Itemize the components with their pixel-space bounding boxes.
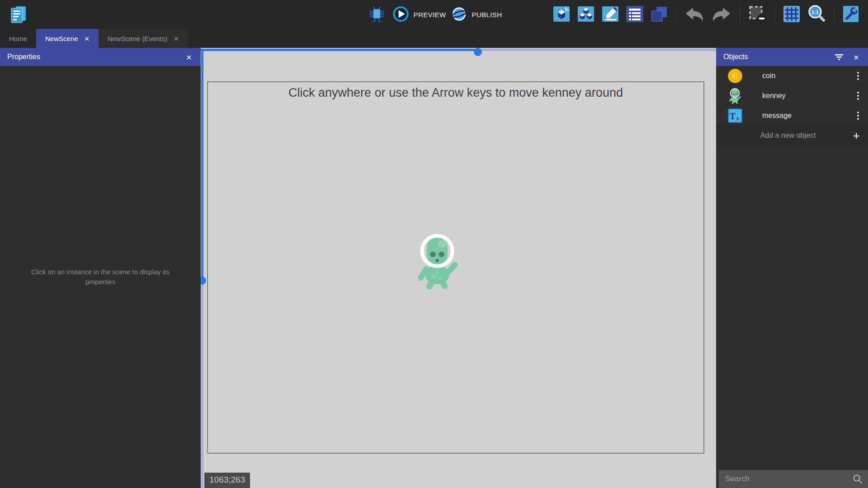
svg-text:T: T [729, 110, 736, 121]
kenney-icon [727, 88, 743, 104]
app-menu-button[interactable] [6, 2, 30, 27]
properties-panel-header: Properties × [0, 48, 201, 66]
preview-button[interactable]: PREVIEW [392, 5, 446, 24]
layers-button[interactable] [648, 3, 670, 26]
search-icon [847, 474, 868, 484]
tab-newscene[interactable]: NewScene × [36, 29, 99, 48]
object-menu-button[interactable] [853, 69, 863, 83]
grid-icon [783, 5, 801, 24]
instances-list-icon [626, 5, 644, 24]
add-object-label: Add a new object [716, 131, 844, 140]
deselect-icon [748, 5, 767, 25]
objects-panel: Objects × [716, 48, 868, 488]
publish-label: PUBLISH [472, 11, 502, 19]
instances-list-button[interactable] [624, 3, 646, 26]
top-toolbar: PREVIEW PUBLISH [0, 0, 868, 29]
gdevelop-window: PREVIEW PUBLISH [0, 0, 868, 488]
selection-edge-left [201, 49, 203, 488]
svg-text:1:1: 1:1 [811, 9, 819, 14]
close-icon: × [854, 52, 859, 62]
objects-panel-title: Objects [723, 53, 748, 61]
toolbar-separator [774, 5, 775, 23]
tab-label: Home [9, 35, 27, 42]
properties-panel: Properties × Click on an instance in the… [0, 48, 201, 488]
layers-icon [650, 5, 668, 24]
tab-close-icon[interactable]: × [174, 34, 179, 43]
app-menu-icon [8, 4, 28, 25]
svg-text:x: x [736, 115, 740, 122]
undo-icon [684, 5, 705, 24]
main-area: Properties × Click on an instance in the… [0, 48, 868, 488]
preview-label: PREVIEW [414, 11, 446, 19]
object-name: message [762, 112, 792, 120]
objects-filter-button[interactable] [833, 52, 845, 63]
redo-button[interactable] [709, 3, 734, 26]
scene-canvas[interactable]: Click anywhere or use the Arrow keys to … [201, 48, 716, 488]
toolbar-separator [834, 5, 834, 23]
scene-objects-button[interactable] [551, 3, 572, 26]
toolbar-right-group: 1:1 [551, 3, 862, 27]
selection-handle-top[interactable] [474, 48, 482, 56]
tab-newscene-events[interactable]: NewScene (Events) × [99, 29, 188, 48]
objects-search-bar [719, 470, 868, 488]
text-object-icon: T x [727, 108, 743, 123]
objects-panel-header: Objects × [716, 48, 868, 66]
add-object-button[interactable]: Add a new object + [716, 126, 868, 145]
properties-close-button[interactable]: × [184, 52, 193, 63]
plus-icon: + [844, 129, 868, 143]
tab-label: NewScene (Events) [108, 35, 168, 42]
toolbar-separator [676, 5, 676, 23]
play-icon [392, 5, 410, 24]
object-groups-icon [577, 5, 595, 24]
tab-home[interactable]: Home [0, 29, 36, 48]
pencil-icon [601, 5, 619, 24]
object-row-coin[interactable]: coin [716, 66, 868, 86]
zoom-1-1-icon: 1:1 [807, 5, 826, 25]
object-row-message[interactable]: T x message [716, 106, 868, 126]
properties-panel-body: Click on an instance in the scene to dis… [0, 66, 201, 488]
redo-icon [711, 5, 732, 24]
properties-panel-title: Properties [7, 53, 40, 61]
selection-handle-left[interactable] [201, 277, 206, 285]
tab-close-icon[interactable]: × [85, 34, 90, 43]
debug-button[interactable] [366, 3, 388, 26]
object-menu-button[interactable] [853, 109, 863, 122]
cursor-coordinates-badge: 1063;263 [204, 473, 250, 488]
filter-icon [835, 52, 844, 62]
publish-globe-icon [450, 5, 467, 24]
objects-panel-spacer [716, 145, 868, 470]
objects-close-button[interactable]: × [852, 52, 861, 63]
toolbar-center-group: PREVIEW PUBLISH [366, 0, 502, 29]
tab-bar: Home NewScene × NewScene (Events) × [0, 29, 868, 48]
object-name: kenney [762, 92, 786, 100]
properties-empty-message: Click on an instance in the scene to dis… [24, 267, 177, 287]
object-name: coin [762, 72, 775, 80]
tab-label: NewScene [45, 35, 78, 42]
deselect-button[interactable] [746, 3, 769, 27]
setup-tools-button[interactable] [840, 3, 862, 26]
toolbar-separator [740, 5, 740, 23]
object-row-kenney[interactable]: kenney [716, 86, 868, 106]
grid-button[interactable] [781, 3, 802, 26]
coin-icon [727, 68, 743, 84]
objects-search-input[interactable] [719, 474, 847, 483]
close-icon: × [186, 52, 192, 62]
scene-instruction-text: Click anywhere or use the Arrow keys to … [208, 86, 703, 100]
scene-objects-icon [552, 5, 571, 24]
wrench-icon [842, 5, 860, 24]
publish-button[interactable]: PUBLISH [450, 5, 502, 24]
undo-button[interactable] [682, 3, 707, 26]
object-groups-button[interactable] [575, 3, 597, 26]
debug-icon [368, 5, 386, 24]
edit-properties-button[interactable] [599, 3, 621, 26]
object-menu-button[interactable] [853, 89, 863, 103]
selection-edge-top [201, 49, 716, 51]
kenney-sprite-instance[interactable] [417, 232, 459, 291]
zoom-1-1-button[interactable]: 1:1 [805, 3, 828, 27]
